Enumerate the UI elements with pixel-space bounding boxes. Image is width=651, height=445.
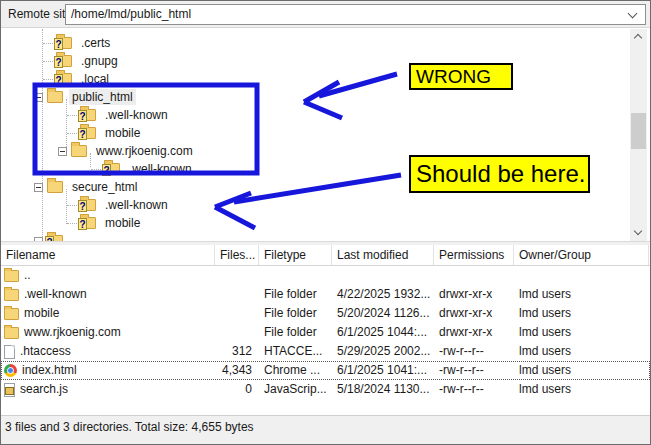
collapse-icon[interactable]: [34, 93, 43, 102]
question-mark-icon: [54, 56, 63, 68]
question-mark-icon: [78, 200, 87, 212]
folder-unknown-icon: [104, 163, 120, 175]
file-permissions: drwxr-xr-x: [434, 323, 514, 342]
tree-item-well-known-secure[interactable]: .well-known: [67, 196, 171, 214]
column-header-last-modified[interactable]: Last modified: [332, 245, 434, 265]
folder-icon: [71, 145, 87, 157]
folder-unknown-icon: [80, 127, 96, 139]
status-text: 3 files and 3 directories. Total size: 4…: [5, 420, 254, 434]
file-modified: 6/1/2025 1041:...: [332, 361, 434, 380]
tree-item-mobile-secure[interactable]: mobile: [67, 214, 143, 232]
file-size: 312: [215, 342, 259, 361]
folder-unknown-icon: [56, 73, 72, 85]
file-permissions: -rw-r--r--: [434, 342, 514, 361]
folder-icon: [4, 327, 19, 339]
file-owner: lmd users: [514, 380, 649, 399]
file-modified: 4/22/2025 1932...: [332, 285, 434, 304]
file-modified: 6/1/2025 1044:...: [332, 323, 434, 342]
should-be-here-annotation: Should be here.: [409, 155, 590, 193]
file-name: .well-known: [24, 285, 87, 304]
tree-item-well-known[interactable]: .well-known: [67, 106, 171, 124]
tree-item-mobile[interactable]: mobile: [67, 124, 143, 142]
file-row-htaccess[interactable]: .htaccess 312 HTACCE... 5/29/2025 2002..…: [1, 342, 650, 361]
javascript-file-icon: [4, 383, 15, 397]
file-permissions: -rw-r--r--: [434, 380, 514, 399]
column-header-owner-group[interactable]: Owner/Group: [514, 245, 649, 265]
chevron-down-icon[interactable]: [628, 9, 638, 19]
tree-item-label: .well-known: [126, 161, 195, 177]
file-row-parent-dir[interactable]: ..: [1, 266, 650, 285]
file-row-www-rjkoenig-com[interactable]: www.rjkoenig.com File folder 6/1/2025 10…: [1, 323, 650, 342]
file-owner: lmd users: [514, 342, 649, 361]
file-row-mobile[interactable]: mobile File folder 5/20/2024 1126... drw…: [1, 304, 650, 323]
tree-item-secure-html[interactable]: secure_html: [34, 178, 140, 196]
ftp-remote-panel: Remote site: /home/lmd/public_html .cert…: [0, 0, 651, 445]
file-type: HTACCE...: [259, 342, 332, 361]
file-owner: lmd users: [514, 285, 649, 304]
tree-item-label: .gnupg: [78, 53, 121, 69]
question-mark-icon: [78, 218, 87, 230]
file-owner: lmd users: [514, 361, 649, 380]
file-modified: 5/18/2024 1130...: [332, 380, 434, 399]
file-row-search-js[interactable]: search.js 0 JavaScrip... 5/18/2024 1130.…: [1, 380, 650, 399]
column-header-permissions[interactable]: Permissions: [434, 245, 514, 265]
remote-directory-tree: .certs .gnupg .local public_html .well-k…: [1, 29, 630, 241]
tree-item-label: .certs: [78, 35, 113, 51]
tree-scrollbar[interactable]: [630, 29, 647, 241]
question-mark-icon: [78, 128, 87, 140]
file-icon: [4, 345, 15, 359]
file-row-well-known[interactable]: .well-known File folder 4/22/2025 1932..…: [1, 285, 650, 304]
file-type: JavaScrip...: [259, 380, 332, 399]
remote-site-path: /home/lmd/public_html: [71, 7, 191, 21]
folder-icon: [4, 308, 19, 320]
tree-item-label: public_html: [69, 89, 136, 105]
tree-item-certs[interactable]: .certs: [43, 34, 113, 52]
scroll-up-icon[interactable]: [630, 29, 647, 45]
file-name: ..: [24, 266, 31, 285]
folder-unknown-icon: [56, 55, 72, 67]
tree-item-partial[interactable]: [34, 232, 69, 241]
tree-item-gnupg[interactable]: .gnupg: [43, 52, 121, 70]
chrome-html-file-icon: [4, 364, 17, 377]
file-size: 4,343: [215, 361, 259, 380]
file-type: File folder: [259, 304, 332, 323]
column-header-filename[interactable]: Filename: [1, 245, 215, 265]
scroll-down-icon[interactable]: [630, 225, 647, 241]
tree-item-label: .local: [78, 71, 112, 87]
file-modified: 5/29/2025 2002...: [332, 342, 434, 361]
folder-unknown-icon: [80, 109, 96, 121]
file-modified: 5/20/2024 1126...: [332, 304, 434, 323]
file-name: mobile: [24, 304, 59, 323]
file-type: File folder: [259, 323, 332, 342]
remote-site-path-combobox[interactable]: /home/lmd/public_html: [65, 4, 646, 25]
file-permissions: drwxr-xr-x: [434, 285, 514, 304]
file-permissions: -rw-r--r--: [434, 361, 514, 380]
file-name: search.js: [20, 380, 68, 399]
collapse-icon[interactable]: [34, 183, 43, 192]
remote-site-bar: Remote site: /home/lmd/public_html: [1, 1, 650, 28]
file-name: www.rjkoenig.com: [24, 323, 121, 342]
folder-icon: [4, 270, 19, 282]
file-size: 0: [215, 380, 259, 399]
tree-item-label: .well-known: [102, 197, 171, 213]
column-header-filesize[interactable]: Files...: [215, 245, 259, 265]
column-header-filetype[interactable]: Filetype: [259, 245, 332, 265]
tree-item-well-known-sub[interactable]: .well-known: [91, 160, 195, 178]
folder-icon: [47, 181, 63, 193]
tree-item-local[interactable]: .local: [43, 70, 112, 88]
tree-item-public-html[interactable]: public_html: [34, 88, 136, 106]
folder-unknown-icon: [80, 217, 96, 229]
folder-unknown-icon: [80, 199, 96, 211]
tree-item-label: .well-known: [102, 107, 171, 123]
question-mark-icon: [102, 164, 111, 176]
tree-item-www-rjkoenig-com[interactable]: www.rjkoenig.com: [58, 142, 196, 160]
folder-unknown-icon: [56, 37, 72, 49]
collapse-icon[interactable]: [58, 147, 67, 156]
file-row-index-html[interactable]: index.html 4,343 Chrome ... 6/1/2025 104…: [1, 361, 650, 380]
file-name: index.html: [22, 361, 77, 380]
folder-icon: [47, 91, 63, 103]
question-mark-icon: [54, 38, 63, 50]
file-owner: lmd users: [514, 323, 649, 342]
scrollbar-thumb[interactable]: [631, 113, 646, 149]
wrong-annotation: WRONG: [409, 63, 513, 90]
